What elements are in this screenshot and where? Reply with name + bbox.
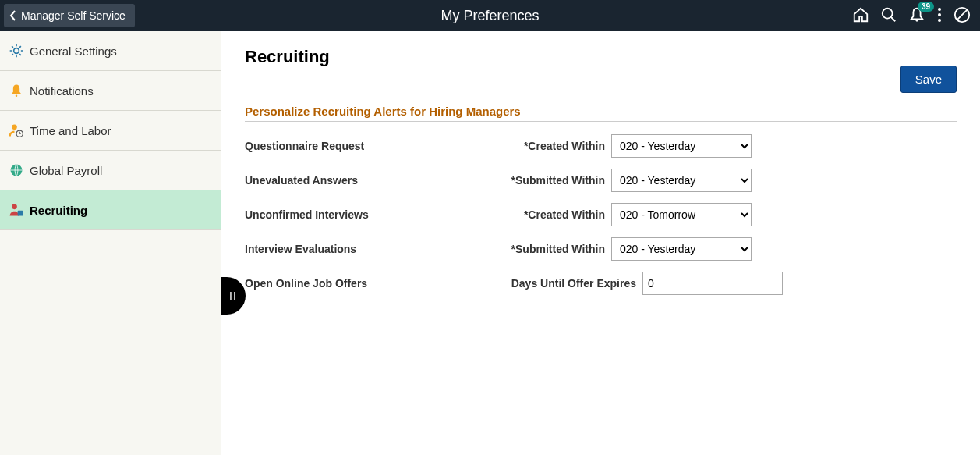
svg-line-1 — [891, 16, 896, 21]
app-header: Manager Self Service My Preferences 39 — [0, 0, 980, 31]
home-icon[interactable] — [852, 6, 869, 26]
person-clock-icon — [8, 122, 25, 139]
nav-icon[interactable] — [953, 6, 971, 26]
page-title: Recruiting — [245, 47, 957, 67]
back-label: Manager Self Service — [21, 9, 126, 22]
svg-point-3 — [938, 8, 941, 11]
svg-point-2 — [916, 19, 918, 21]
field-label: Unevaluated Answers — [245, 174, 502, 187]
days-until-expires-input[interactable] — [642, 272, 783, 295]
unevaluated-answers-select[interactable]: 020 - Yesterday — [611, 169, 752, 192]
search-icon[interactable] — [880, 6, 897, 26]
main-content: II Recruiting Save Personalize Recruitin… — [221, 31, 980, 455]
field-label: Questionnaire Request — [245, 140, 502, 152]
chevron-left-icon — [9, 9, 18, 22]
sidebar-item-label: General Settings — [30, 44, 117, 58]
actions-menu-icon[interactable] — [936, 6, 943, 26]
svg-point-8 — [14, 48, 19, 54]
field-sublabel: *Created Within — [502, 208, 611, 221]
svg-point-9 — [16, 94, 18, 97]
field-sublabel: *Created Within — [502, 140, 611, 152]
recruiting-icon — [8, 201, 25, 219]
questionnaire-request-select[interactable]: 020 - Yesterday — [611, 134, 752, 158]
form-row-open-online-job-offers: Open Online Job Offers Days Until Offer … — [245, 272, 957, 295]
svg-rect-14 — [18, 211, 23, 216]
section-title: Personalize Recruiting Alerts for Hiring… — [245, 105, 957, 122]
sidebar-item-label: Recruiting — [30, 204, 87, 217]
svg-point-4 — [938, 13, 941, 16]
globe-icon — [8, 162, 25, 179]
svg-point-5 — [938, 19, 941, 22]
header-icon-bar: 39 — [852, 6, 980, 26]
sidebar-item-notifications[interactable]: Notifications — [0, 71, 221, 111]
field-label: Interview Evaluations — [245, 243, 502, 255]
save-button[interactable]: Save — [900, 66, 957, 93]
svg-point-0 — [883, 8, 893, 18]
sidebar-item-recruiting[interactable]: Recruiting — [0, 190, 221, 230]
field-label: Unconfirmed Interviews — [245, 208, 502, 221]
sidebar-collapse-handle[interactable]: II — [221, 277, 246, 315]
field-label: Open Online Job Offers — [245, 277, 502, 290]
svg-point-10 — [12, 125, 17, 130]
page-header-title: My Preferences — [440, 8, 539, 24]
sidebar-item-label: Global Payroll — [30, 164, 102, 177]
back-button[interactable]: Manager Self Service — [4, 4, 135, 27]
form-row-unconfirmed-interviews: Unconfirmed Interviews *Created Within 0… — [245, 203, 957, 226]
form-row-questionnaire-request: Questionnaire Request *Created Within 02… — [245, 134, 957, 158]
sidebar-item-global-payroll[interactable]: Global Payroll — [0, 151, 221, 190]
sidebar-item-time-and-labor[interactable]: Time and Labor — [0, 111, 221, 151]
field-sublabel: *Submitted Within — [502, 174, 611, 187]
notification-badge: 39 — [918, 2, 934, 12]
sidebar-item-label: Notifications — [30, 84, 94, 98]
notifications-icon[interactable]: 39 — [908, 6, 925, 26]
sidebar: General Settings Notifications Time and … — [0, 31, 221, 455]
interview-evaluations-select[interactable]: 020 - Yesterday — [611, 237, 752, 261]
sidebar-item-label: Time and Labor — [30, 124, 111, 137]
bell-icon — [8, 82, 25, 99]
svg-line-7 — [957, 9, 968, 20]
field-sublabel: *Submitted Within — [502, 243, 611, 255]
field-sublabel: Days Until Offer Expires — [502, 277, 642, 290]
svg-point-13 — [12, 204, 17, 210]
unconfirmed-interviews-select[interactable]: 020 - Tomorrow — [611, 203, 752, 226]
form-row-interview-evaluations: Interview Evaluations *Submitted Within … — [245, 237, 957, 261]
form-row-unevaluated-answers: Unevaluated Answers *Submitted Within 02… — [245, 169, 957, 192]
gear-icon — [8, 42, 25, 59]
sidebar-item-general-settings[interactable]: General Settings — [0, 31, 221, 71]
